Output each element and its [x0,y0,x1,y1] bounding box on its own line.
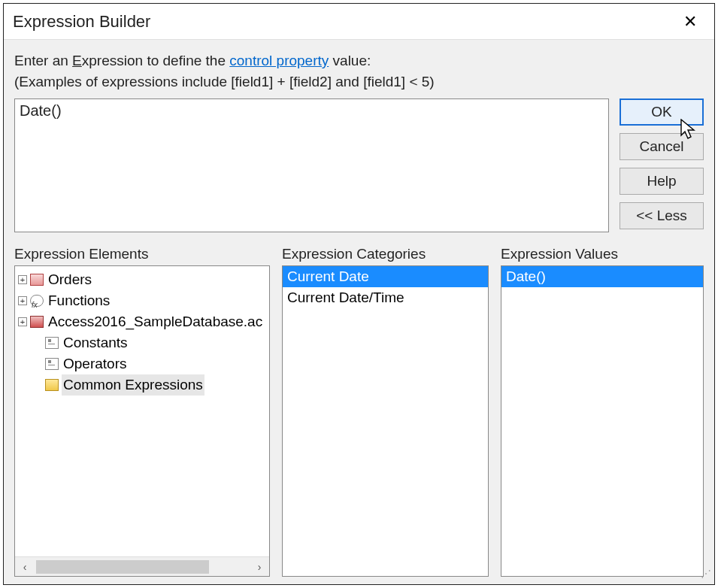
elements-box: + Orders + Functions + Access2016 [14,265,270,577]
intro-accelerator: E [72,53,82,68]
tree-item-functions[interactable]: + Functions [17,290,268,311]
values-panel: Expression Values Date() [501,246,704,577]
upper-row: OK Cancel Help << Less [14,99,704,232]
folder-icon [45,379,59,391]
fx-icon [30,295,44,307]
dialog-title: Expression Builder [13,12,675,32]
control-property-link[interactable]: control property [229,53,329,68]
intro-examples: (Examples of expressions include [field1… [14,71,704,92]
tree-item-common-expressions[interactable]: Common Expressions [17,374,268,396]
branch-icon [45,337,59,349]
categories-panel: Expression Categories Current Date Curre… [282,246,489,577]
tree-label: Operators [62,353,128,374]
value-date-fn[interactable]: Date() [501,266,703,287]
tree-label: Functions [47,290,111,311]
elements-panel: Expression Elements + Orders + Functions [14,246,270,577]
tree-item-orders[interactable]: + Orders [17,269,268,290]
intro-text: Enter an Expression to define the contro… [14,50,704,71]
tree-label: Orders [47,269,93,290]
titlebar: Expression Builder ✕ [4,4,714,40]
scroll-right-arrow-icon[interactable]: › [250,557,269,577]
expand-icon[interactable]: + [18,275,27,284]
help-button[interactable]: Help [620,168,704,195]
scroll-left-arrow-icon[interactable]: ‹ [15,557,35,577]
tree-item-operators[interactable]: Operators [17,353,268,374]
values-label: Expression Values [501,246,704,262]
tree-item-database[interactable]: + Access2016_SampleDatabase.ac [17,311,268,332]
category-current-date[interactable]: Current Date [283,266,488,287]
scroll-thumb[interactable] [36,560,209,574]
resize-grip-icon[interactable]: ⋰ [701,571,713,583]
branch-icon [45,358,59,370]
button-column: OK Cancel Help << Less [620,99,704,232]
expand-icon[interactable]: + [18,296,27,305]
categories-list: Current Date Current Date/Time [283,266,488,308]
intro-suffix: value: [329,53,371,68]
intro-mid: xpression to define the [82,53,229,68]
form-icon [30,274,44,286]
expression-input[interactable] [14,99,609,232]
cancel-button[interactable]: Cancel [620,133,704,160]
less-button[interactable]: << Less [620,202,704,229]
elements-tree: + Orders + Functions + Access2016 [15,266,269,399]
categories-label: Expression Categories [282,246,489,262]
tree-label: Access2016_SampleDatabase.ac [47,311,264,332]
dialog-content: Enter an Expression to define the contro… [4,40,714,584]
elements-label: Expression Elements [14,246,270,262]
expand-icon[interactable]: + [18,317,27,326]
values-box: Date() [501,265,704,577]
values-list: Date() [501,266,703,287]
lower-row: Expression Elements + Orders + Functions [14,246,704,577]
database-icon [30,316,44,328]
tree-item-constants[interactable]: Constants [17,332,268,353]
ok-button[interactable]: OK [620,99,704,126]
tree-label: Common Expressions [62,374,204,396]
categories-box: Current Date Current Date/Time [282,265,489,577]
category-current-datetime[interactable]: Current Date/Time [283,287,488,308]
close-button[interactable]: ✕ [675,12,705,32]
horizontal-scrollbar[interactable]: ‹ › [15,556,269,576]
tree-label: Constants [62,332,129,353]
intro-prefix: Enter an [14,53,72,68]
expression-builder-dialog: Expression Builder ✕ Enter an Expression… [3,3,715,585]
